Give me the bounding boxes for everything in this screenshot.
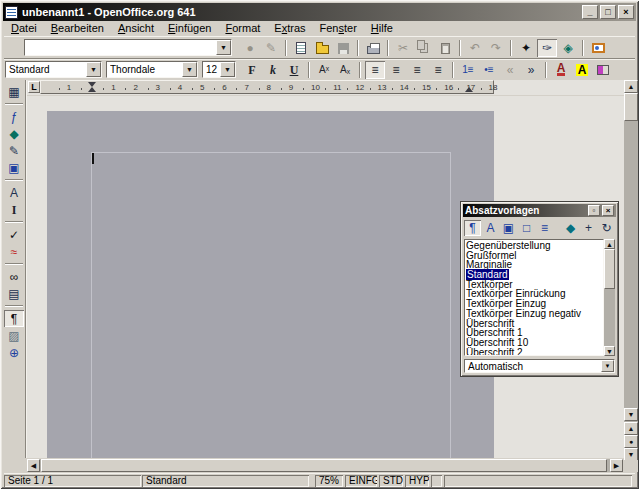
style-list-scrollbar[interactable]: ▲ ▼: [604, 239, 615, 356]
menu-item-datei[interactable]: Datei: [4, 22, 44, 35]
decrease-indent-button[interactable]: «: [500, 61, 520, 79]
align-left-button[interactable]: ≡: [365, 61, 385, 79]
status-hyperlink-mode-field[interactable]: HYP: [405, 475, 429, 487]
scroll-left-button[interactable]: ◀: [27, 459, 40, 472]
stop-loading-button[interactable]: ●: [240, 39, 260, 57]
hyperlink-dialog-button[interactable]: ◈: [558, 39, 578, 57]
document-page[interactable]: [47, 111, 494, 458]
menu-item-hilfe[interactable]: Hilfe: [364, 22, 400, 35]
bold-button[interactable]: F: [242, 61, 262, 79]
url-combobox[interactable]: ▼: [24, 39, 232, 56]
save-button[interactable]: [333, 39, 353, 57]
scroll-up-button[interactable]: ▲: [624, 80, 638, 93]
status-style-field[interactable]: Standard: [142, 475, 309, 487]
close-button[interactable]: ×: [618, 5, 634, 19]
redo-button[interactable]: ↷: [486, 39, 506, 57]
minimize-button[interactable]: _: [582, 5, 598, 19]
graphics-toggle-button[interactable]: ▨: [4, 327, 24, 344]
font-color-button[interactable]: A: [551, 61, 571, 79]
menu-item-bearbeiten[interactable]: Bearbeiten: [44, 22, 111, 35]
page-styles-button[interactable]: □: [518, 220, 535, 236]
align-center-button[interactable]: ≡: [386, 61, 406, 79]
vertical-scrollbar[interactable]: ▲ ▼ ▲︎ ● ▼︎: [624, 80, 638, 460]
auto-spellcheck-button[interactable]: ≈: [4, 243, 24, 260]
url-dropdown-button[interactable]: ▼: [216, 40, 231, 55]
character-styles-button[interactable]: A: [482, 220, 499, 236]
edit-file-button[interactable]: ✎: [261, 39, 281, 57]
stylist-button[interactable]: ✑: [537, 39, 557, 57]
superscript-button[interactable]: Aˣ: [314, 61, 334, 79]
online-layout-button[interactable]: ⊕: [4, 344, 24, 361]
insert-fields-button[interactable]: ƒ: [4, 108, 24, 125]
paragraph-background-button[interactable]: [593, 61, 613, 79]
stylist-dock-button[interactable]: ▫: [588, 205, 600, 216]
update-style-button[interactable]: ↻: [598, 220, 615, 236]
font-name-combobox[interactable]: Thorndale ▼: [106, 61, 198, 78]
style-filter-combobox[interactable]: Automatisch ▼: [464, 359, 615, 373]
style-list-scroll-down[interactable]: ▼: [604, 346, 615, 356]
menu-item-fenster[interactable]: Fenster: [313, 22, 364, 35]
insert-objects-button[interactable]: ◆: [4, 125, 24, 142]
filter-dropdown-button[interactable]: ▼: [601, 360, 614, 372]
previous-page-button[interactable]: ▲︎: [624, 422, 638, 435]
ruler[interactable]: 1123456789101112131415161718: [40, 80, 494, 94]
direct-cursor-button[interactable]: I: [4, 201, 24, 218]
open-button[interactable]: [312, 39, 332, 57]
highlighting-button[interactable]: A: [572, 61, 592, 79]
scroll-down-button[interactable]: ▼: [624, 408, 638, 421]
font-dropdown-button[interactable]: ▼: [182, 62, 197, 77]
data-sources-button[interactable]: ▤: [4, 285, 24, 302]
frame-styles-button[interactable]: ▣: [500, 220, 517, 236]
nonprinting-characters-button[interactable]: ¶: [4, 310, 24, 327]
menu-item-extras[interactable]: Extras: [267, 22, 312, 35]
align-justify-button[interactable]: ≡: [428, 61, 448, 79]
bullets-button[interactable]: •≡: [479, 61, 499, 79]
status-page-field[interactable]: Seite 1 / 1: [4, 475, 141, 487]
size-dropdown-button[interactable]: ▼: [220, 62, 235, 77]
style-item[interactable]: Überschrift 2: [466, 348, 603, 356]
scroll-right-button[interactable]: ▶: [610, 459, 623, 472]
align-right-button[interactable]: ≡: [407, 61, 427, 79]
stylist-title-bar[interactable]: Absatzvorlagen ▫ ×: [463, 204, 616, 217]
tab-type-selector[interactable]: L: [28, 81, 40, 93]
fill-format-mode-button[interactable]: ◆: [562, 220, 579, 236]
style-list-scroll-up[interactable]: ▲: [604, 239, 615, 249]
paragraph-style-combobox[interactable]: Standard ▼: [5, 61, 102, 78]
find-replace-button[interactable]: ∞: [4, 268, 24, 285]
subscript-button[interactable]: Aₓ: [335, 61, 355, 79]
copy-button[interactable]: [414, 39, 434, 57]
numbering-button[interactable]: 1≡: [458, 61, 478, 79]
status-selection-mode-field[interactable]: STD: [379, 475, 403, 487]
paste-button[interactable]: [435, 39, 455, 57]
new-document-button[interactable]: [291, 39, 311, 57]
horizontal-scrollbar-thumb[interactable]: [41, 459, 607, 472]
italic-button[interactable]: k: [263, 61, 283, 79]
vertical-scrollbar-thumb[interactable]: [624, 93, 638, 121]
stylist-close-button[interactable]: ×: [602, 205, 614, 216]
maximize-button[interactable]: □: [600, 5, 616, 19]
navigator-button[interactable]: ✦: [516, 39, 536, 57]
numbering-styles-button[interactable]: ≡: [536, 220, 553, 236]
style-list-scrollbar-thumb[interactable]: [604, 249, 615, 289]
font-size-combobox[interactable]: 12 ▼: [202, 61, 236, 78]
menu-item-ansicht[interactable]: Ansicht: [111, 22, 161, 35]
undo-button[interactable]: ↶: [465, 39, 485, 57]
underline-button[interactable]: U: [284, 61, 304, 79]
menu-item-format[interactable]: Format: [218, 22, 267, 35]
form-functions-button[interactable]: ▣: [4, 159, 24, 176]
new-style-from-selection-button[interactable]: +: [580, 220, 597, 236]
left-indent-marker[interactable]: [88, 87, 96, 92]
status-insert-mode-field[interactable]: EINFG: [345, 475, 377, 487]
spellcheck-button[interactable]: ✓: [4, 226, 24, 243]
style-dropdown-button[interactable]: ▼: [86, 62, 101, 77]
increase-indent-button[interactable]: »: [521, 61, 541, 79]
edit-autotext-button[interactable]: A: [4, 184, 24, 201]
cut-button[interactable]: ✂: [393, 39, 413, 57]
navigation-button[interactable]: ●: [624, 435, 638, 448]
gallery-button[interactable]: [588, 39, 608, 57]
print-button[interactable]: [363, 39, 383, 57]
menu-item-einfgen[interactable]: Einfügen: [161, 22, 218, 35]
title-bar[interactable]: unbenannt1 - OpenOffice.org 641 _ □ ×: [3, 3, 636, 21]
paragraph-styles-button[interactable]: ¶: [464, 220, 481, 236]
status-zoom-field[interactable]: 75%: [315, 475, 343, 487]
